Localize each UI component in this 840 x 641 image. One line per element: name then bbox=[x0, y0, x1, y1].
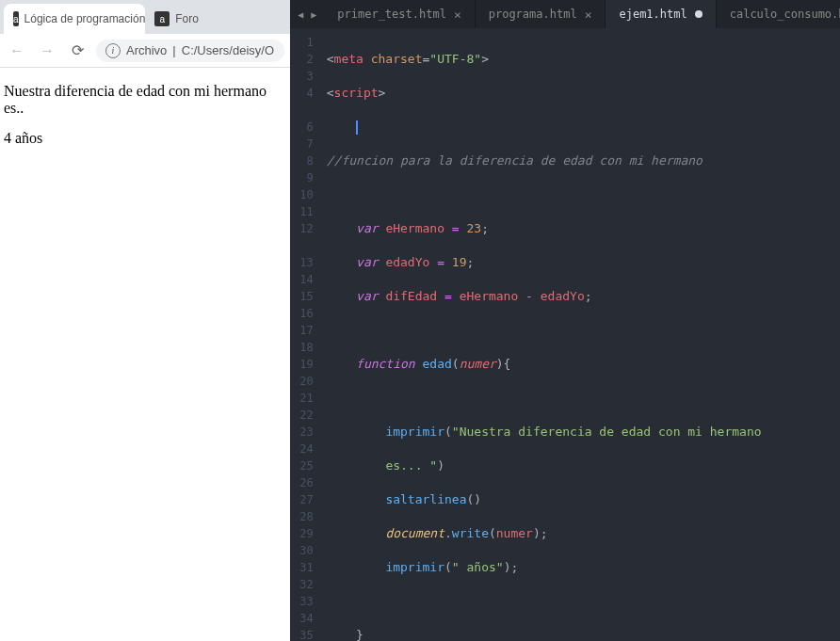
page-content: Nuestra diferencia de edad con mi herman… bbox=[0, 68, 290, 175]
browser-nav-bar: ← → ⟳ i Archivo | C:/Users/deisy/O bbox=[0, 34, 290, 68]
browser-tab-label: Lógica de programación: Primero bbox=[24, 12, 146, 25]
code-area[interactable]: 1234678910111213141516171819202122232425… bbox=[290, 28, 840, 641]
editor-tab-strip: ◀ ▶ primer_test.html × programa.html × e… bbox=[290, 0, 840, 28]
editor-tab-label: programa.html bbox=[489, 8, 577, 21]
address-bar[interactable]: i Archivo | C:/Users/deisy/O bbox=[96, 40, 284, 62]
tab-scroll-arrows: ◀ ▶ bbox=[290, 9, 324, 20]
back-icon[interactable]: ← bbox=[6, 40, 28, 62]
address-scheme: Archivo bbox=[126, 43, 167, 57]
info-icon[interactable]: i bbox=[105, 43, 121, 58]
editor-tab[interactable]: calculo_consumo.html bbox=[717, 0, 840, 28]
browser-panel: a Lógica de programación: Primero × a Fo… bbox=[0, 0, 290, 641]
output-line-1: Nuestra diferencia de edad con mi herman… bbox=[4, 83, 286, 117]
editor-tab-label: calculo_consumo.html bbox=[730, 8, 840, 21]
browser-tab-strip: a Lógica de programación: Primero × a Fo… bbox=[0, 0, 290, 34]
favicon-icon: a bbox=[13, 11, 19, 26]
line-number-gutter: 1234678910111213141516171819202122232425… bbox=[290, 28, 326, 641]
editor-tab-active[interactable]: ejem1.html bbox=[606, 0, 716, 28]
reload-icon[interactable]: ⟳ bbox=[66, 40, 89, 62]
close-icon[interactable]: × bbox=[585, 8, 592, 22]
forward-icon[interactable]: → bbox=[36, 40, 58, 62]
close-icon[interactable]: × bbox=[454, 8, 461, 22]
address-sep: | bbox=[172, 43, 175, 57]
browser-tab-active[interactable]: a Lógica de programación: Primero × bbox=[4, 4, 145, 34]
editor-tab[interactable]: programa.html × bbox=[476, 0, 606, 28]
modified-dot-icon bbox=[695, 10, 703, 18]
code-content[interactable]: <meta charset="UTF-8"> <script> //funcio… bbox=[327, 28, 840, 641]
output-line-2: 4 años bbox=[4, 130, 286, 147]
chevron-left-icon[interactable]: ◀ bbox=[294, 9, 307, 20]
favicon-icon: a bbox=[154, 11, 170, 26]
browser-tab-label: Foro bbox=[175, 12, 199, 25]
code-editor-panel: ◀ ▶ primer_test.html × programa.html × e… bbox=[290, 0, 840, 641]
text-cursor bbox=[356, 120, 358, 135]
chevron-right-icon[interactable]: ▶ bbox=[307, 9, 320, 20]
browser-tab[interactable]: a Foro bbox=[145, 4, 286, 34]
editor-tab[interactable]: primer_test.html × bbox=[324, 0, 475, 28]
address-path: C:/Users/deisy/O bbox=[182, 43, 274, 57]
editor-tab-label: primer_test.html bbox=[337, 8, 446, 21]
editor-tab-label: ejem1.html bbox=[619, 8, 687, 21]
